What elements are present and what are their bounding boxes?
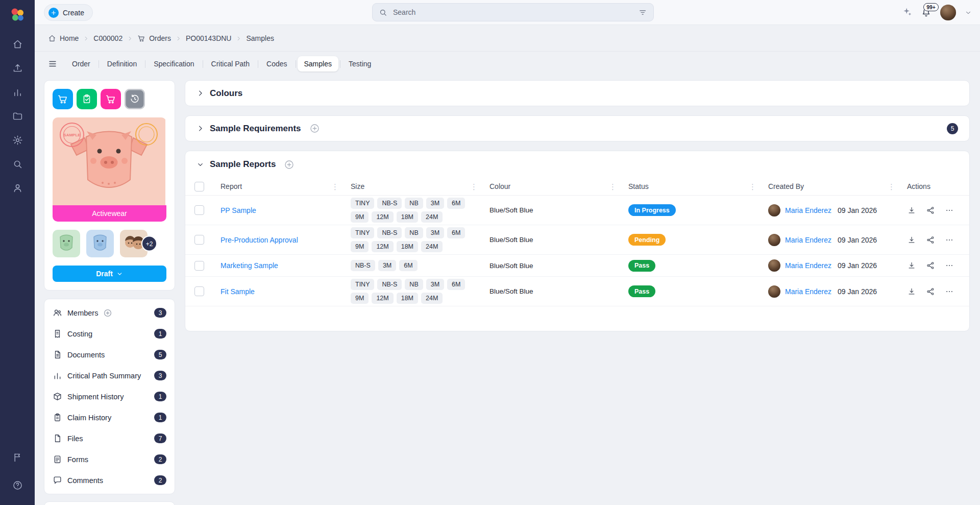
column-menu-icon[interactable]: ⋮ [888, 183, 895, 190]
add-report-button[interactable] [284, 159, 295, 170]
share-button[interactable] [926, 261, 935, 270]
tab-specification[interactable]: Specification [147, 56, 201, 71]
user-avatar[interactable] [940, 5, 956, 20]
chevron-down-icon[interactable] [965, 9, 972, 16]
report-link[interactable]: Fit Sample [220, 287, 255, 296]
menu-icon[interactable] [48, 59, 57, 68]
cart-icon [137, 34, 145, 42]
created-by-link[interactable]: Maria Enderez [785, 261, 831, 270]
share-button[interactable] [926, 235, 935, 245]
rail-folder-button[interactable] [7, 106, 28, 126]
section-title: Colours [210, 88, 242, 99]
create-button[interactable]: Create [44, 4, 93, 21]
add-members-button[interactable] [103, 308, 112, 318]
sidebar-item-comments[interactable]: Comments2 [44, 470, 175, 491]
row-checkbox[interactable] [194, 261, 204, 271]
sample-requirements-header[interactable]: Sample Requirements 5 [185, 116, 969, 141]
purchase-order-button[interactable] [101, 89, 121, 109]
report-link[interactable]: Marketing Sample [220, 261, 278, 270]
size-chip: NB [405, 227, 423, 238]
report-link[interactable]: Pre-Production Approval [220, 236, 298, 244]
sidebar-item-shipment-history[interactable]: Shipment History1 [44, 386, 175, 407]
rail-profile-button[interactable] [7, 178, 28, 198]
more-actions-button[interactable] [945, 261, 954, 270]
sidebar-item-costing[interactable]: Costing1 [44, 323, 175, 344]
notification-count-badge: 99+ [923, 3, 939, 11]
filter-icon[interactable] [639, 8, 647, 17]
product-summary-card: SAMPLE Activewear [44, 80, 175, 291]
breadcrumb-samples[interactable]: Samples [246, 34, 274, 42]
search-input[interactable] [392, 8, 634, 17]
sample-stamp-label: SAMPLE [63, 133, 81, 137]
rail-analytics-button[interactable] [7, 82, 28, 102]
table-row: Fit SampleTINYNB-SNB3M6M9M12M18M24MBlue/… [185, 277, 969, 306]
global-search[interactable] [372, 3, 654, 21]
app-logo[interactable] [9, 6, 26, 23]
count-badge: 1 [154, 329, 166, 339]
chevron-right-icon [236, 36, 241, 41]
created-by-link[interactable]: Maria Enderez [785, 287, 831, 296]
sidebar-item-label: Costing [67, 330, 92, 338]
sidebar-item-claim-history[interactable]: Claim History1 [44, 407, 175, 428]
report-link[interactable]: PP Sample [220, 206, 256, 214]
download-button[interactable] [907, 261, 916, 270]
tab-critical-path[interactable]: Critical Path [205, 56, 256, 71]
tab-definition[interactable]: Definition [101, 56, 143, 71]
colours-section-header[interactable]: Colours [185, 81, 969, 106]
tab-samples[interactable]: Samples [298, 56, 338, 71]
breadcrumb-order-number[interactable]: PO00143DNU [186, 34, 232, 42]
thumbnail-2[interactable] [86, 230, 114, 257]
breadcrumb-style-number[interactable]: C000002 [93, 34, 122, 42]
rail-search-button[interactable] [7, 154, 28, 174]
more-actions-button[interactable] [945, 235, 954, 245]
select-all-checkbox[interactable] [194, 182, 204, 191]
image-thumbnails: +2 [53, 230, 166, 257]
column-menu-icon[interactable]: ⋮ [749, 183, 756, 190]
sidebar-item-files[interactable]: Files7 [44, 428, 175, 449]
tab-testing[interactable]: Testing [342, 56, 378, 71]
rail-flag-button[interactable] [7, 447, 28, 467]
rail-help-button[interactable] [7, 475, 28, 495]
rail-home-button[interactable] [7, 34, 28, 54]
approval-button[interactable] [77, 89, 97, 109]
breadcrumb-home[interactable]: Home [48, 34, 79, 42]
column-menu-icon[interactable]: ⋮ [331, 183, 339, 190]
chevron-right-icon [127, 36, 133, 41]
colour-value: Blue/Soft Blue [489, 287, 533, 295]
rail-settings-button[interactable] [7, 130, 28, 150]
column-menu-icon[interactable]: ⋮ [609, 183, 617, 190]
sidebar-item-members[interactable]: Members3 [44, 302, 175, 323]
sidebar-item-critical-path-summary[interactable]: Critical Path Summary3 [44, 365, 175, 386]
tab-codes[interactable]: Codes [260, 56, 293, 71]
download-button[interactable] [907, 206, 916, 215]
download-button[interactable] [907, 235, 916, 245]
rail-upload-button[interactable] [7, 58, 28, 78]
notifications-button[interactable]: 99+ [921, 7, 932, 18]
more-actions-button[interactable] [945, 287, 954, 296]
download-button[interactable] [907, 287, 916, 296]
sidebar-item-documents[interactable]: Documents5 [44, 344, 175, 365]
column-menu-icon[interactable]: ⋮ [470, 183, 478, 190]
history-button[interactable] [125, 89, 145, 109]
sample-order-button[interactable] [53, 89, 73, 109]
row-checkbox[interactable] [194, 286, 204, 296]
created-by-link[interactable]: Maria Enderez [785, 236, 831, 244]
column-header: Colour [489, 182, 510, 190]
share-button[interactable] [926, 206, 935, 215]
more-actions-button[interactable] [945, 206, 954, 215]
share-button[interactable] [926, 287, 935, 296]
created-by-link[interactable]: Maria Enderez [785, 206, 831, 214]
more-images-badge[interactable]: +2 [141, 236, 157, 252]
breadcrumb-orders[interactable]: Orders [137, 34, 171, 42]
ai-sparkle-icon[interactable] [902, 7, 912, 19]
sample-reports-header[interactable]: Sample Reports [185, 151, 969, 178]
thumbnail-1[interactable] [53, 230, 80, 257]
row-checkbox[interactable] [194, 205, 204, 215]
status-dropdown-button[interactable]: Draft [53, 266, 166, 282]
sidebar-item-forms[interactable]: Forms2 [44, 449, 175, 470]
tab-order[interactable]: Order [65, 56, 97, 71]
row-checkbox[interactable] [194, 235, 204, 245]
product-image[interactable]: SAMPLE Activewear [53, 117, 166, 222]
add-requirement-button[interactable] [309, 123, 320, 134]
size-chip: 6M [447, 198, 465, 209]
